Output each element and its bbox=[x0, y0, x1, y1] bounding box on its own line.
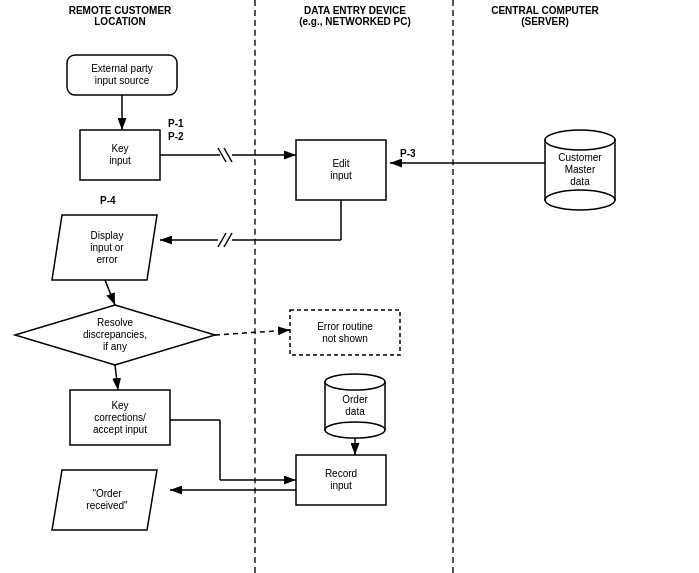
p4-label: P-4 bbox=[100, 195, 116, 206]
customer-master-label: CustomerMasterdata bbox=[545, 140, 615, 200]
divider-2 bbox=[452, 0, 454, 573]
svg-line-6 bbox=[218, 148, 226, 162]
svg-line-22 bbox=[215, 330, 290, 335]
col3-header: CENTRAL COMPUTER(SERVER) bbox=[460, 5, 630, 27]
external-party-label: External partyinput source bbox=[67, 55, 177, 95]
svg-line-20 bbox=[105, 280, 115, 305]
order-received-label: "Orderreceived" bbox=[52, 470, 162, 530]
svg-line-17 bbox=[218, 233, 226, 247]
key-corrections-label: Keycorrections/accept input bbox=[70, 390, 170, 445]
diagram-container: REMOTE CUSTOMERLOCATION DATA ENTRY DEVIC… bbox=[0, 0, 699, 573]
edit-input-label: Editinput bbox=[296, 140, 386, 200]
resolve-disc-label: Resolvediscrepancies,if any bbox=[15, 305, 215, 365]
p1-label: P-1 bbox=[168, 118, 184, 129]
col1-header: REMOTE CUSTOMERLOCATION bbox=[20, 5, 220, 27]
key-input-label: Keyinput bbox=[80, 130, 160, 180]
record-input-label: Recordinput bbox=[296, 455, 386, 505]
order-data-label: Orderdata bbox=[325, 382, 385, 430]
svg-line-24 bbox=[115, 365, 118, 390]
divider-1 bbox=[254, 0, 256, 573]
p2-label: P-2 bbox=[168, 131, 184, 142]
display-input-label: Displayinput orerror bbox=[52, 215, 162, 280]
svg-line-7 bbox=[224, 148, 232, 162]
col2-header: DATA ENTRY DEVICE(e.g., NETWORKED PC) bbox=[265, 5, 445, 27]
p3-label: P-3 bbox=[400, 148, 416, 159]
svg-line-16 bbox=[224, 233, 232, 247]
error-routine-label: Error routinenot shown bbox=[290, 310, 400, 355]
